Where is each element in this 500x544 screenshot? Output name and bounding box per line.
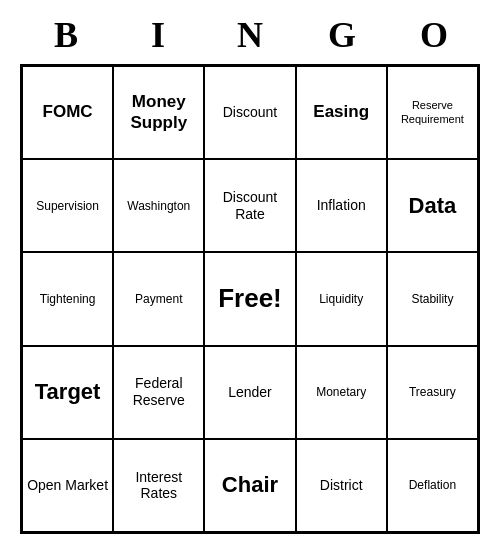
cell-r1-c4: Data: [387, 159, 478, 252]
cell-r1-c1: Washington: [113, 159, 204, 252]
cell-r3-c3: Monetary: [296, 346, 387, 439]
cell-r3-c1: Federal Reserve: [113, 346, 204, 439]
cell-r2-c2: Free!: [204, 252, 295, 345]
cell-r0-c0: FOMC: [22, 66, 113, 159]
header-letter: O: [388, 10, 480, 60]
cell-r2-c0: Tightening: [22, 252, 113, 345]
cell-r4-c4: Deflation: [387, 439, 478, 532]
cell-r3-c4: Treasury: [387, 346, 478, 439]
header-letter: N: [204, 10, 296, 60]
header-letter: B: [20, 10, 112, 60]
cell-r0-c2: Discount: [204, 66, 295, 159]
cell-r1-c3: Inflation: [296, 159, 387, 252]
bingo-grid: FOMCMoney SupplyDiscountEasingReserve Re…: [20, 64, 480, 534]
cell-r4-c2: Chair: [204, 439, 295, 532]
cell-r2-c1: Payment: [113, 252, 204, 345]
cell-r0-c1: Money Supply: [113, 66, 204, 159]
bingo-header: BINGO: [20, 10, 480, 60]
cell-r0-c3: Easing: [296, 66, 387, 159]
cell-r2-c4: Stability: [387, 252, 478, 345]
cell-r4-c3: District: [296, 439, 387, 532]
header-letter: G: [296, 10, 388, 60]
cell-r1-c0: Supervision: [22, 159, 113, 252]
cell-r0-c4: Reserve Requirement: [387, 66, 478, 159]
cell-r4-c1: Interest Rates: [113, 439, 204, 532]
cell-r3-c2: Lender: [204, 346, 295, 439]
cell-r3-c0: Target: [22, 346, 113, 439]
cell-r1-c2: Discount Rate: [204, 159, 295, 252]
cell-r2-c3: Liquidity: [296, 252, 387, 345]
header-letter: I: [112, 10, 204, 60]
cell-r4-c0: Open Market: [22, 439, 113, 532]
